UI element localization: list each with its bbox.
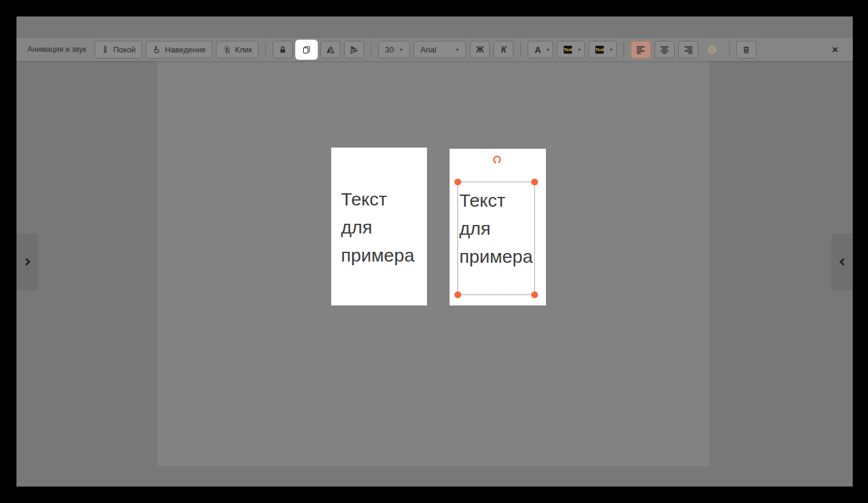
align-right-button[interactable] [678,41,698,59]
selection-handle-bottom-left[interactable] [454,291,461,298]
text-color-button[interactable]: A ▼ [528,41,553,59]
italic-glyph: К [501,45,506,54]
toolbar-separator [520,42,521,57]
font-size-value: 30 [385,45,393,54]
text-card-rest[interactable]: Текст для примера [331,148,427,305]
caret-down-icon: ▼ [546,48,550,52]
left-panel-toggle[interactable] [16,234,38,290]
state-button-click[interactable]: Клик [216,41,259,59]
caret-down-icon: ▼ [577,48,581,52]
emoji-button[interactable] [702,41,722,59]
align-left-button[interactable] [631,41,651,59]
font-size-select[interactable]: 30 ▼ [378,41,410,59]
italic-button[interactable]: К [493,41,514,59]
card-text-line: примера [341,241,427,269]
animation-sound-toolbar: Анимация и звук Покой Наведение [16,38,853,61]
align-center-button[interactable] [655,41,675,59]
caret-down-icon: ▼ [609,48,613,52]
lock-icon [278,45,287,54]
caret-down-icon: ▼ [455,48,459,52]
state-button-hover[interactable]: Наведение [146,41,212,59]
lock-button[interactable] [273,41,293,59]
font-family-value: Arial [420,45,436,54]
idle-person-icon [101,45,109,54]
hover-hand-icon [152,45,161,54]
bold-button[interactable]: Ж [470,41,490,59]
flip-vertical-icon [350,45,359,54]
font-color-icon: A [534,45,541,55]
selection-handle-bottom-right[interactable] [531,291,538,298]
smiley-icon [707,45,717,55]
caret-down-icon: ▼ [399,48,403,52]
state-button-rest[interactable]: Покой [95,41,142,59]
align-center-icon [660,45,669,54]
chevron-right-icon [23,258,30,266]
chevron-left-icon [839,258,847,266]
align-right-icon [684,45,693,54]
flip-vertical-button[interactable] [344,41,364,59]
flip-horizontal-button[interactable] [320,41,340,59]
highlight-color-swatch: Text [564,46,572,54]
state-button-hover-label: Наведение [165,45,206,54]
selection-handle-top-right[interactable] [531,179,538,185]
editor-overlay: Анимация и звук Покой Наведение [16,16,853,487]
highlight-color-button[interactable]: Text ▼ [557,41,585,59]
selection-box[interactable] [457,182,535,295]
bold-glyph: Ж [476,45,484,54]
font-family-select[interactable]: Arial ▼ [414,41,466,59]
state-button-click-label: Клик [235,45,252,54]
card-text-line: Текст [341,185,427,213]
flip-horizontal-icon [326,45,335,54]
toolbar-title: Анимация и звук [27,45,86,54]
toolbar-separator [623,42,624,57]
delete-button[interactable] [736,41,756,59]
toolbar-separator [729,42,730,57]
click-cursor-icon [223,45,231,54]
duplicate-button[interactable] [296,41,317,59]
state-button-rest-label: Покой [113,45,135,54]
background-color-swatch: Text [595,46,604,54]
duplicate-icon [302,45,311,54]
background-color-button[interactable]: Text ▼ [589,41,617,59]
toolbar-separator [371,42,371,57]
selection-handle-top-left[interactable] [454,179,461,185]
rotation-handle[interactable] [491,154,503,166]
align-left-icon [636,45,645,54]
right-panel-toggle[interactable] [831,234,853,290]
close-button[interactable]: × [828,43,842,56]
toolbar-separator [265,42,266,57]
card-text: Текст для примера [331,148,427,269]
card-text-line: для [341,213,427,241]
trash-icon [742,45,751,54]
slide-canvas [157,61,709,466]
